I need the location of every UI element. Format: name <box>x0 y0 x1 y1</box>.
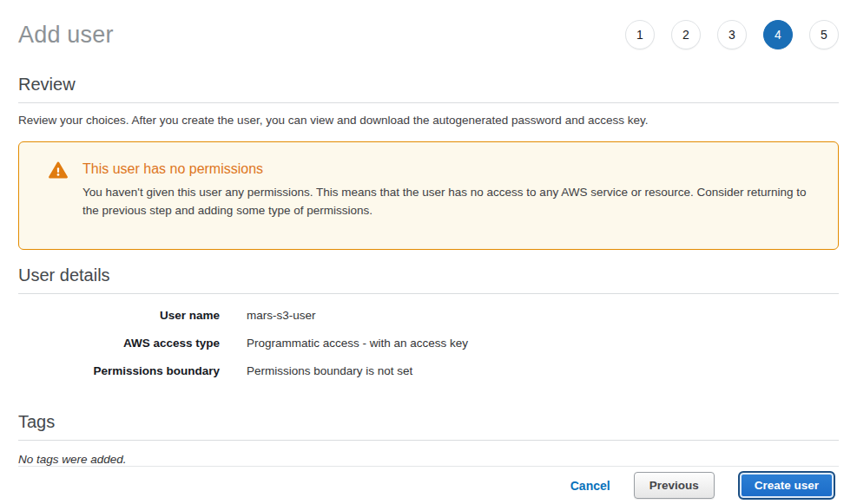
page-title: Add user <box>18 22 114 49</box>
previous-button[interactable]: Previous <box>634 472 715 499</box>
detail-label: User name <box>18 309 220 322</box>
review-description: Review your choices. After you create th… <box>18 114 839 127</box>
tags-heading: Tags <box>18 412 839 432</box>
step-circle-5: 5 <box>809 20 839 49</box>
detail-row: User namemars-s3-user <box>18 309 839 322</box>
wizard-header: Add user 12345 <box>18 0 839 57</box>
step-circle-3: 3 <box>717 20 747 49</box>
warning-content: This user has no permissions You haven't… <box>82 160 824 249</box>
no-permissions-warning-banner: This user has no permissions You haven't… <box>18 141 839 250</box>
wizard-footer: Cancel Previous Create user <box>18 466 839 504</box>
tags-section-header: Tags <box>18 412 839 441</box>
user-details-section-header: User details <box>18 265 839 294</box>
step-circle-2: 2 <box>671 20 701 49</box>
step-circle-1: 1 <box>625 20 655 49</box>
review-section-header: Review <box>18 75 839 103</box>
add-user-wizard-page: Add user 12345 Review Review your choice… <box>0 0 857 504</box>
detail-value: Permissions boundary is not set <box>247 364 412 377</box>
detail-row: Permissions boundaryPermissions boundary… <box>18 364 839 377</box>
detail-value: mars-s3-user <box>247 309 316 322</box>
detail-value: Programmatic access - with an access key <box>247 337 468 350</box>
create-user-button[interactable]: Create user <box>738 471 835 500</box>
step-indicator: 12345 <box>625 20 839 49</box>
review-heading: Review <box>18 75 839 95</box>
detail-label: AWS access type <box>18 337 220 350</box>
detail-row: AWS access typeProgrammatic access - wit… <box>18 337 839 350</box>
warning-title: This user has no permissions <box>82 160 807 178</box>
user-details-rows: User namemars-s3-userAWS access typeProg… <box>18 309 839 392</box>
warning-body-text: You haven't given this user any permissi… <box>82 183 807 219</box>
step-circle-4: 4 <box>763 20 793 49</box>
tags-empty-text: No tags were added. <box>18 453 839 466</box>
cancel-link[interactable]: Cancel <box>570 479 610 493</box>
detail-label: Permissions boundary <box>18 364 220 377</box>
user-details-heading: User details <box>18 265 839 285</box>
warning-triangle-icon <box>49 161 68 179</box>
